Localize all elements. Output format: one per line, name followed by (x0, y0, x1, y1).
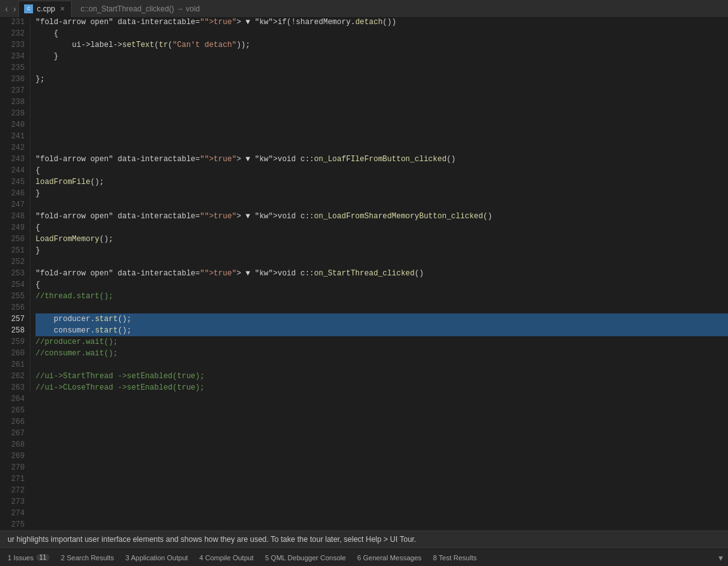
line-number: 257 (5, 313, 25, 325)
code-line: "fold-arrow open" data-interactable="">t… (36, 18, 728, 28)
line-number: 238 (5, 96, 25, 108)
line-number: 270 (5, 462, 25, 473)
tab-file-name: c.cpp (37, 4, 55, 13)
code-line: producer.start(); (36, 313, 728, 325)
tab-bar: ‹ › c c.cpp × c::on_StartThread_clicked(… (0, 0, 728, 18)
code-line (36, 119, 728, 131)
bottom-tab-test-results[interactable]: 8 Test Results (428, 550, 482, 566)
line-number: 275 (5, 519, 25, 530)
line-number: 233 (5, 39, 25, 51)
code-line: "fold-arrow open" data-interactable="">t… (36, 211, 728, 222)
line-number: 244 (5, 165, 25, 176)
code-line: "fold-arrow open" data-interactable="">t… (36, 154, 728, 165)
line-number: 248 (5, 211, 25, 222)
breadcrumb: c::on_StartThread_clicked() → void (73, 4, 725, 13)
line-number: 261 (5, 359, 25, 371)
code-line: "fold-arrow open" data-interactable="">t… (36, 268, 728, 279)
code-line: { (36, 165, 728, 176)
bottom-tab-application-output[interactable]: 3 Application Output (120, 550, 193, 566)
bottom-tab-bar: 1 Issues 112 Search Results3 Application… (0, 548, 728, 566)
line-number: 273 (5, 496, 25, 508)
nav-back-button[interactable]: ‹ (3, 0, 11, 18)
line-number: 247 (5, 199, 25, 211)
bottom-tab-qml-debugger-console[interactable]: 5 QML Debugger Console (260, 550, 351, 566)
line-number: 263 (5, 382, 25, 393)
line-numbers: 2192202212222232242252262272282292302312… (0, 18, 30, 392)
code-line: ui->label->setText(tr("Can't detach")); (36, 39, 728, 51)
code-line (36, 199, 728, 211)
line-number: 245 (5, 176, 25, 188)
line-number: 250 (5, 234, 25, 245)
code-line (36, 108, 728, 119)
line-number: 274 (5, 508, 25, 519)
line-number: 264 (5, 393, 25, 405)
line-number: 271 (5, 473, 25, 485)
code-line: //ui->CLoseThread ->setEnabled(true); (36, 382, 728, 392)
line-number: 258 (5, 325, 25, 336)
code-line: //thread.start(); (36, 291, 728, 302)
line-number: 252 (5, 256, 25, 268)
code-line: } (36, 245, 728, 256)
line-number: 243 (5, 154, 25, 165)
line-number: 260 (5, 348, 25, 359)
bottom-tab-more-button[interactable]: ▾ (716, 553, 725, 563)
file-icon: c (24, 4, 33, 13)
code-line: loadFromFile(); (36, 176, 728, 188)
code-line (36, 359, 728, 371)
line-number: 269 (5, 451, 25, 462)
code-line: { (36, 222, 728, 234)
bottom-tab-search-results[interactable]: 2 Search Results (56, 550, 119, 566)
line-number: 241 (5, 131, 25, 142)
code-line (36, 85, 728, 96)
line-number: 246 (5, 188, 25, 199)
code-line: { (36, 279, 728, 291)
bottom-tab-issues[interactable]: 1 Issues 11 (3, 550, 55, 566)
code-line (36, 62, 728, 74)
notification-bar: ur highlights important user interface e… (0, 530, 728, 548)
code-line: //ui->StartThread ->setEnabled(true); (36, 371, 728, 382)
code-line: } (36, 188, 728, 199)
line-number: 268 (5, 439, 25, 451)
code-line: LoadFromMemory(); (36, 234, 728, 245)
line-number: 259 (5, 336, 25, 348)
code-line: } (36, 51, 728, 62)
line-number: 232 (5, 28, 25, 39)
line-number: 242 (5, 142, 25, 154)
code-line: //producer.wait(); (36, 336, 728, 348)
line-number: 266 (5, 416, 25, 428)
line-number: 231 (5, 18, 25, 28)
line-number: 265 (5, 405, 25, 416)
notification-text: ur highlights important user interface e… (8, 535, 416, 544)
line-number: 235 (5, 62, 25, 74)
code-line (36, 302, 728, 313)
code-line (36, 256, 728, 268)
line-number: 251 (5, 245, 25, 256)
line-number: 249 (5, 222, 25, 234)
line-number: 262 (5, 371, 25, 382)
code-line (36, 96, 728, 108)
code-content[interactable]: sharedMemory.lock(); buffer.setData(("kw… (30, 18, 728, 392)
code-line (36, 131, 728, 142)
bottom-tab-compile-output[interactable]: 4 Compile Output (194, 550, 259, 566)
nav-forward-button[interactable]: › (11, 0, 19, 18)
line-number: 237 (5, 85, 25, 96)
line-number: 272 (5, 485, 25, 496)
tab-close-button[interactable]: × (59, 4, 66, 13)
line-number: 234 (5, 51, 25, 62)
line-number: 236 (5, 74, 25, 85)
code-editor[interactable]: 2192202212222232242252262272282292302312… (0, 18, 728, 530)
code-line: consumer.start(); (36, 325, 728, 336)
code-line: }; (36, 74, 728, 85)
bottom-tab-general-messages[interactable]: 6 General Messages (352, 550, 427, 566)
line-number: 255 (5, 291, 25, 302)
line-number: 253 (5, 268, 25, 279)
line-number: 267 (5, 428, 25, 439)
file-tab[interactable]: c c.cpp × (18, 1, 72, 17)
code-line: //consumer.wait(); (36, 348, 728, 359)
line-number: 239 (5, 108, 25, 119)
line-number: 256 (5, 302, 25, 313)
code-line: { (36, 28, 728, 39)
code-line (36, 142, 728, 154)
line-number: 240 (5, 119, 25, 131)
line-number: 254 (5, 279, 25, 291)
